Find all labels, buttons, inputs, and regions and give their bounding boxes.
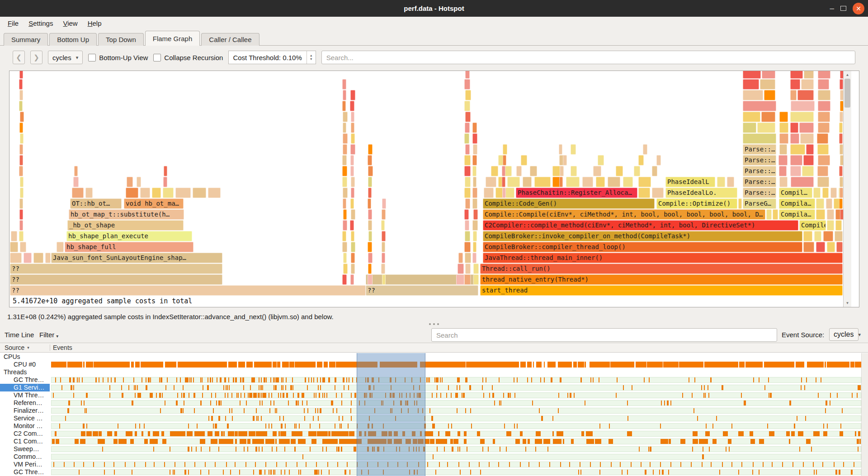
flame-frame[interactable]: ?? <box>366 285 478 296</box>
flame-frame[interactable]: Compile::Optimize() <box>656 198 737 209</box>
flame-frame[interactable] <box>818 79 829 90</box>
flame-frame[interactable] <box>163 188 174 198</box>
flame-frame[interactable] <box>381 220 385 231</box>
flame-frame[interactable] <box>456 274 464 285</box>
flame-frame[interactable] <box>350 220 354 231</box>
flame-frame[interactable] <box>491 166 498 176</box>
flame-frame[interactable]: Parse::… <box>743 155 776 165</box>
flame-frame[interactable] <box>20 188 24 198</box>
flame-frame[interactable] <box>764 90 775 100</box>
flame-frame[interactable] <box>342 166 347 176</box>
flame-frame[interactable] <box>779 144 787 155</box>
flame-frame[interactable] <box>766 209 772 220</box>
flame-frame[interactable] <box>19 209 23 220</box>
flame-frame[interactable] <box>127 177 133 187</box>
flame-frame[interactable] <box>801 79 814 90</box>
column-divider[interactable] <box>50 344 50 351</box>
flame-frame[interactable] <box>472 220 478 231</box>
flame-frame[interactable] <box>559 177 563 187</box>
flame-frame[interactable] <box>790 166 801 176</box>
timeline-scrollbar[interactable] <box>861 353 868 476</box>
flame-frame[interactable] <box>19 198 23 209</box>
flame-frame[interactable] <box>840 209 843 220</box>
flame-frame[interactable] <box>743 101 776 111</box>
timeline-row-label[interactable]: G1 Servi… <box>0 384 50 391</box>
flame-frame[interactable] <box>368 231 372 241</box>
flame-frame[interactable] <box>813 188 821 198</box>
flame-frame[interactable] <box>835 231 843 241</box>
flame-frame[interactable] <box>598 155 604 165</box>
flame-frame[interactable] <box>840 90 843 100</box>
flame-frame[interactable] <box>368 155 372 165</box>
menu-view[interactable]: View <box>58 18 82 29</box>
flame-frame[interactable] <box>473 231 477 241</box>
flame-frame[interactable] <box>840 79 843 90</box>
flame-frame[interactable] <box>351 264 355 274</box>
flame-frame[interactable] <box>827 220 834 231</box>
tab-summary[interactable]: Summary <box>4 33 48 46</box>
flame-frame[interactable]: JavaThread::thread_main_inner() <box>483 253 843 263</box>
flame-frame[interactable] <box>743 123 756 133</box>
flame-frame[interactable] <box>473 177 476 187</box>
flame-frame[interactable] <box>839 123 843 133</box>
flame-frame[interactable] <box>823 231 833 241</box>
flame-frame[interactable] <box>350 274 354 285</box>
flame-frame[interactable] <box>343 253 347 263</box>
flame-frame[interactable] <box>343 112 348 122</box>
tab-top-down[interactable]: Top Down <box>98 33 144 46</box>
flame-frame[interactable] <box>616 166 623 176</box>
flame-frame[interactable] <box>623 177 633 187</box>
flame-frame[interactable] <box>45 253 51 263</box>
flame-frame[interactable] <box>20 177 24 187</box>
close-icon[interactable]: ✕ <box>853 3 864 14</box>
flame-frame[interactable] <box>351 209 355 220</box>
flame-frame[interactable]: Compile::Code_Gen() <box>483 198 655 209</box>
flame-frame[interactable] <box>790 155 802 165</box>
timeline-track[interactable] <box>51 408 861 414</box>
flame-frame[interactable] <box>472 133 477 144</box>
timeline-row-label[interactable]: Threads <box>0 368 50 376</box>
flame-frame[interactable] <box>19 220 23 231</box>
timeline-row-label[interactable]: VM Thre… <box>0 391 50 399</box>
flame-frame[interactable] <box>743 133 776 144</box>
flame-frame[interactable] <box>779 123 788 133</box>
flame-frame[interactable] <box>473 209 478 220</box>
flame-frame[interactable] <box>57 242 64 252</box>
flame-frame[interactable] <box>342 177 347 187</box>
flame-frame[interactable] <box>840 177 843 187</box>
flame-frame[interactable] <box>790 71 803 79</box>
flame-frame[interactable] <box>790 90 797 100</box>
flame-frame[interactable] <box>643 144 647 155</box>
timeline-row-label[interactable]: CPUs <box>0 353 50 361</box>
flame-frame[interactable] <box>822 188 829 198</box>
timeline-track[interactable] <box>51 377 861 383</box>
timeline-row-label[interactable]: Commo… <box>0 453 50 461</box>
flame-frame[interactable] <box>351 112 354 122</box>
flame-frame[interactable] <box>816 198 824 209</box>
flame-frame[interactable] <box>826 198 832 209</box>
collapse-recursion-checkbox[interactable]: Collapse Recursion <box>153 54 223 61</box>
flame-frame[interactable] <box>164 166 167 176</box>
flame-frame[interactable] <box>465 144 470 155</box>
flame-frame[interactable] <box>472 188 477 198</box>
flame-frame[interactable] <box>85 188 93 198</box>
flame-frame[interactable] <box>818 71 830 79</box>
flame-frame[interactable] <box>19 231 24 241</box>
flame-frame[interactable] <box>368 274 373 285</box>
flame-frame[interactable] <box>803 242 814 252</box>
flame-frame[interactable] <box>802 166 814 176</box>
flame-frame[interactable]: hb_shape_plan_execute <box>66 231 192 241</box>
flame-frame[interactable] <box>163 177 167 187</box>
flame-frame[interactable] <box>342 274 347 285</box>
timeline-track[interactable] <box>51 415 861 421</box>
flame-frame[interactable] <box>368 177 372 187</box>
timeline-row-label[interactable]: C1 Com… <box>0 438 50 445</box>
flame-frame[interactable] <box>516 166 522 176</box>
flame-frame[interactable]: Compila… <box>779 198 815 209</box>
flame-frame[interactable] <box>560 166 564 176</box>
flame-frame[interactable] <box>465 177 471 187</box>
flame-frame[interactable] <box>507 177 520 187</box>
flame-frame[interactable] <box>382 209 386 220</box>
flame-frame[interactable] <box>33 253 43 263</box>
bottom-up-checkbox[interactable]: Bottom-Up View <box>88 54 148 61</box>
